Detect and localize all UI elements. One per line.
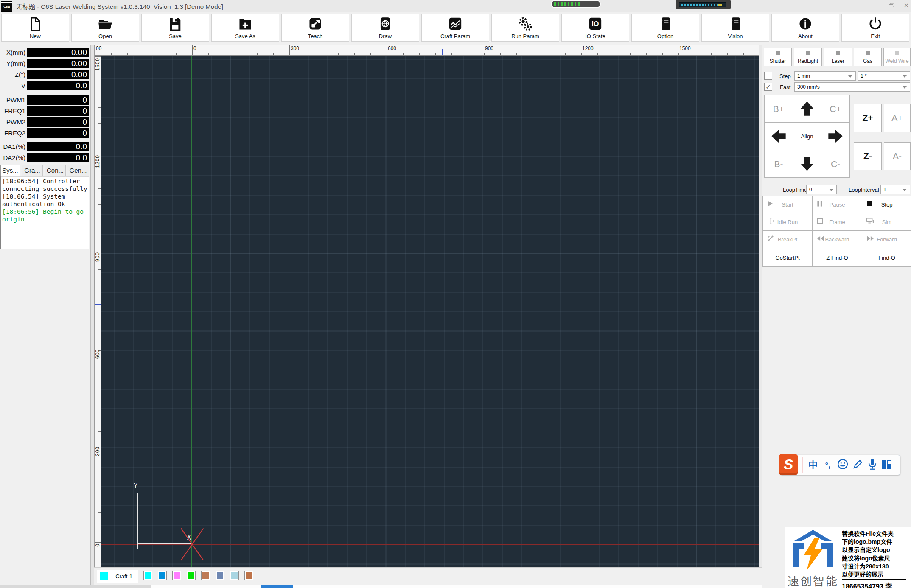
palette-swatch[interactable] <box>216 571 224 580</box>
ime-toolbox-icon[interactable] <box>881 459 892 470</box>
craft-layer-button[interactable]: Craft-1 <box>97 570 138 583</box>
y-axis-zero-line <box>191 56 192 567</box>
pencil-icon[interactable] <box>852 459 864 471</box>
jog-x-plus-button[interactable] <box>821 122 850 150</box>
arrow-up-icon <box>799 100 816 117</box>
forward-button[interactable]: Forward <box>862 230 911 248</box>
readout-label: X(mm) <box>0 48 25 58</box>
fast-speed-dropdown[interactable]: 300 mm/s <box>794 82 910 92</box>
fast-checkbox[interactable]: ✓ <box>764 83 772 91</box>
readout-freq1-value: 0 <box>27 106 89 116</box>
jog-c-minus-button[interactable]: C- <box>821 150 850 178</box>
save-button[interactable]: Save <box>141 14 209 42</box>
step-angle-dropdown[interactable]: 1 ° <box>858 71 910 81</box>
palette-swatch[interactable] <box>230 571 239 580</box>
gas-toggle[interactable]: Gas <box>854 48 882 66</box>
pause-button[interactable]: Pause <box>812 196 862 213</box>
ime-language-icon[interactable]: 中 <box>807 459 819 471</box>
x-axis-zero-line <box>101 544 759 545</box>
jog-a-minus-button[interactable]: A- <box>884 142 911 170</box>
ime-logo[interactable]: S <box>779 454 798 475</box>
idle-run-button[interactable]: Idle Run <box>762 213 813 231</box>
find-origin-button[interactable]: Find-O <box>862 248 911 267</box>
teach-button[interactable]: Teach <box>281 14 349 42</box>
control-panel: Shutter RedLight Laser Gas Weld Wire Ste… <box>762 45 911 588</box>
ime-punctuation-icon[interactable]: °, <box>821 459 834 471</box>
open-button[interactable]: Open <box>71 14 139 42</box>
emoji-icon[interactable] <box>836 459 849 471</box>
frame-button[interactable]: Frame <box>812 213 862 231</box>
jog-c-plus-button[interactable]: C+ <box>821 95 850 123</box>
jog-x-minus-button[interactable] <box>764 122 793 150</box>
drawing-workspace: 00 0 300 600 900 1200 1500 1500 1200 900… <box>94 45 759 567</box>
stop-button[interactable]: Stop <box>862 196 911 213</box>
jog-a-plus-button[interactable]: A+ <box>884 104 911 132</box>
palette-swatch[interactable] <box>187 571 196 580</box>
microphone-icon[interactable] <box>866 459 878 471</box>
craft-bar: Craft-1 <box>94 567 762 585</box>
jog-b-minus-button[interactable]: B- <box>764 150 793 178</box>
tab-system[interactable]: Sys... <box>0 165 20 176</box>
loop-times-dropdown[interactable]: 0 <box>806 185 837 194</box>
palette-swatch[interactable] <box>172 571 181 580</box>
z-find-origin-button[interactable]: Z Find-O <box>812 248 862 267</box>
app-icon: C6S <box>1 1 12 12</box>
go-start-point-button[interactable]: GoStartPt <box>762 248 813 267</box>
redlight-toggle[interactable]: RedLight <box>794 48 822 66</box>
palette-swatch[interactable] <box>143 571 152 580</box>
save-as-button[interactable]: Save As <box>211 14 279 42</box>
close-button[interactable]: ✕ <box>900 2 911 10</box>
minimize-icon <box>873 6 877 6</box>
readout-x-value: 0.00 <box>27 48 89 57</box>
divider <box>801 457 801 473</box>
sim-button[interactable]: Sim <box>862 213 911 231</box>
jog-b-plus-button[interactable]: B+ <box>764 95 793 123</box>
draw-button[interactable]: Draw <box>351 14 419 42</box>
ruler-cursor-marker <box>442 49 443 55</box>
align-button[interactable]: Align <box>793 122 821 150</box>
readout-label: FREQ2 <box>0 128 25 138</box>
design-canvas[interactable]: Y X <box>101 56 759 567</box>
about-button[interactable]: About <box>771 14 839 42</box>
tab-control[interactable]: Con... <box>45 165 66 176</box>
readout-pwm1-value: 0 <box>27 95 89 105</box>
palette-swatch[interactable] <box>201 571 210 580</box>
chevron-down-icon <box>903 75 907 78</box>
restore-button[interactable] <box>885 2 897 10</box>
option-button[interactable]: Option <box>631 14 699 42</box>
open-folder-icon <box>72 17 139 31</box>
step-checkbox[interactable] <box>764 72 772 80</box>
backward-button[interactable]: Backward <box>812 230 862 248</box>
jog-z-plus-button[interactable]: Z+ <box>854 104 882 132</box>
step-distance-dropdown[interactable]: 1 mm <box>794 71 856 81</box>
palette-swatch[interactable] <box>244 571 253 580</box>
jog-y-plus-button[interactable] <box>793 95 821 123</box>
loop-interval-dropdown[interactable]: 1 <box>880 185 910 194</box>
vision-button[interactable]: Vision <box>701 14 769 42</box>
minimize-button[interactable] <box>869 2 881 10</box>
io-state-button[interactable]: IO IO State <box>561 14 629 42</box>
indicator-square <box>806 51 810 55</box>
run-param-button[interactable]: Run Param <box>491 14 559 42</box>
jog-y-minus-button[interactable] <box>793 150 821 178</box>
origin-marker <box>132 538 143 549</box>
shutter-toggle[interactable]: Shutter <box>764 48 792 66</box>
palette-swatch[interactable] <box>158 571 167 580</box>
jog-z-minus-button[interactable]: Z- <box>854 142 882 170</box>
tab-graphic[interactable]: Gra... <box>22 165 43 176</box>
start-button[interactable]: Start <box>762 196 813 213</box>
laser-toggle[interactable]: Laser <box>824 48 852 66</box>
exit-button[interactable]: Exit <box>841 14 909 42</box>
main-toolbar: New Open Save Save As Teach Draw Craft P… <box>0 12 911 45</box>
battery-indicator <box>552 1 600 7</box>
logo-note-line: 以显示自定义logo <box>842 546 910 554</box>
vendor-logo-icon <box>789 529 837 573</box>
new-button[interactable]: New <box>1 14 69 42</box>
chevron-down-icon <box>903 86 907 89</box>
origin-x-axis <box>138 543 191 544</box>
chevron-down-icon <box>848 75 852 78</box>
tab-general[interactable]: Gen... <box>67 165 89 176</box>
craft-param-button[interactable]: Craft Param <box>421 14 489 42</box>
breakpoint-button[interactable]: BreakPt <box>762 230 813 248</box>
panel-splitter[interactable] <box>90 45 94 588</box>
